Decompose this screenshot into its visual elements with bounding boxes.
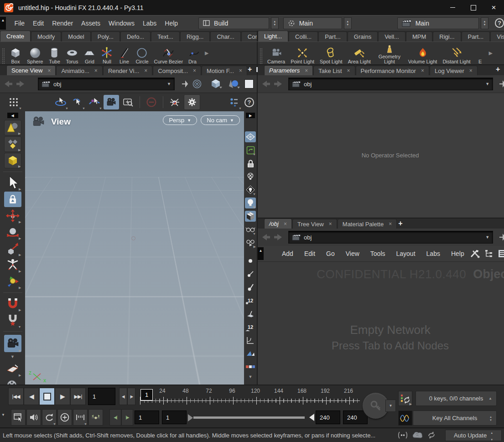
camera-button[interactable]: No cam▼ [201, 115, 240, 125]
current-frame-field[interactable]: 1 [88, 388, 115, 405]
view-tool-button[interactable] [104, 95, 119, 109]
tab-animation-editor[interactable]: Animatio...× [56, 66, 102, 75]
tab-close-icon[interactable]: × [144, 68, 147, 74]
display-cube-icon[interactable] [211, 78, 223, 89]
tab-performance-monitor[interactable]: Performance Monitor× [356, 66, 429, 75]
tab-motion-fx[interactable]: Motion F...× [202, 66, 247, 75]
play-backward-button[interactable]: ◀ [24, 388, 39, 405]
new-tab-button[interactable]: + [248, 65, 252, 73]
color-swatch[interactable] [244, 79, 254, 88]
tool-point-light[interactable]: Point Light [288, 46, 317, 64]
shelf-tab-vellum[interactable]: Vell... [378, 31, 405, 42]
go-to-end-button[interactable]: ▶▶| [70, 388, 86, 405]
snap-mode-button[interactable] [144, 95, 159, 109]
menu-help[interactable]: Help [161, 16, 182, 31]
playback-range-slider[interactable] [188, 411, 309, 424]
tab-close-icon[interactable]: × [347, 68, 350, 74]
play-button[interactable]: ▶ [55, 388, 70, 405]
view-cursor-button[interactable]: ▼ [53, 95, 68, 109]
refresh-icon[interactable] [427, 431, 436, 439]
viewport-help-button[interactable]: ? [244, 98, 254, 107]
back-arrow-icon[interactable] [3, 79, 13, 88]
pane-stow-button[interactable]: ▲ [0, 17, 6, 30]
render-reel-button[interactable]: ▶ [4, 378, 21, 385]
pane-stow-button[interactable]: ▲ [258, 247, 264, 260]
viewer-selector[interactable]: Main [283, 17, 342, 29]
select-tool-button[interactable]: ▶ [4, 175, 21, 191]
shelf-overflow-arrow[interactable]: ▶ [203, 50, 210, 56]
reference-grid-button[interactable] [245, 131, 256, 142]
shelf-grip[interactable] [260, 48, 263, 64]
range-step-back-button[interactable]: ◀| [109, 409, 121, 426]
pin-icon[interactable] [498, 80, 504, 88]
scale-tool-button[interactable]: ▶ [4, 241, 21, 256]
take-selector[interactable]: Main [397, 17, 479, 29]
tool-circle[interactable]: Circle [133, 46, 151, 64]
tool-geometry-light[interactable]: Geometry Light [374, 44, 405, 64]
stop-button[interactable] [39, 388, 55, 405]
tab-close-icon[interactable]: × [389, 221, 392, 227]
network-menu-view[interactable]: View [340, 250, 365, 257]
tab-close-icon[interactable]: × [469, 68, 473, 74]
global-end-field[interactable]: 240 [343, 411, 368, 424]
pin-icon[interactable] [498, 233, 504, 241]
menu-labs[interactable]: Labs [139, 16, 161, 31]
playhead[interactable]: 1 [140, 389, 153, 400]
range-left-handle[interactable] [188, 414, 193, 421]
realtime-toggle-button[interactable] [57, 409, 72, 426]
shelf-tab-deform[interactable]: Defo... [120, 31, 151, 42]
tab-take-list[interactable]: Take List× [313, 66, 355, 75]
shelf-tab-texture[interactable]: Text... [151, 31, 180, 42]
pose-tool-button[interactable]: ▶ [4, 257, 21, 273]
new-tab-button[interactable]: + [496, 65, 500, 73]
point-markers-button[interactable] [245, 282, 256, 293]
handles-cursor-button[interactable]: ▼ [87, 95, 102, 109]
tool-area-light[interactable]: Area Light [345, 46, 374, 64]
audio-button[interactable] [26, 409, 41, 426]
tab-close-icon[interactable]: × [94, 68, 98, 74]
tab-composite-view[interactable]: Composit...× [153, 66, 201, 75]
display-mode-button[interactable]: ▶ [4, 120, 21, 135]
point-normals-button[interactable] [245, 269, 256, 280]
no-lighting-button[interactable] [245, 171, 256, 182]
stereo-review-button[interactable]: ▶ [245, 237, 256, 248]
normal-lighting-button[interactable]: ▶ [245, 198, 256, 208]
primitive-mode-button[interactable]: ▶ [4, 153, 21, 168]
key-options-button[interactable]: ▼ [385, 400, 396, 412]
maximize-button[interactable] [463, 0, 483, 15]
component-mode-button[interactable]: ▶ [4, 136, 21, 152]
shelf-tab-rigid[interactable]: Rigi... [433, 31, 461, 42]
network-menu-labs[interactable]: Labs [421, 250, 446, 257]
select-cursor-button[interactable]: ▼ [70, 95, 85, 109]
menu-render[interactable]: Render [48, 16, 77, 31]
menu-edit[interactable]: Edit [29, 16, 48, 31]
tab-tree-view[interactable]: Tree View× [292, 219, 337, 229]
set-key-button[interactable] [363, 393, 389, 419]
backfaces-button[interactable] [245, 348, 256, 359]
menu-assets[interactable]: Assets [77, 16, 104, 31]
render-flag-button[interactable] [167, 95, 182, 109]
network-canvas[interactable]: CONFIDENTIAL H21.0.440 Objects Empty Net… [258, 261, 504, 385]
stereo-button[interactable]: ▼ [245, 224, 256, 235]
tick-display-button[interactable]: ▼ [73, 409, 88, 426]
step-back-button[interactable]: ◀| [119, 388, 127, 405]
tool-spot-light[interactable]: Spot Light [317, 46, 345, 64]
take-spinner[interactable]: ▲▼ [481, 17, 488, 29]
network-menu-go[interactable]: Go [321, 250, 340, 257]
tool-distant-light[interactable]: Distant Light [440, 46, 473, 64]
forward-arrow-icon[interactable] [273, 233, 283, 242]
animation-editor-button[interactable] [398, 411, 412, 426]
range-step-forward-button[interactable]: |▶ [121, 409, 133, 426]
frame-ruler[interactable]: 24 48 72 96 120 144 168 192 216 1 [140, 385, 360, 407]
tab-log-viewer[interactable]: Log Viewer× [430, 66, 478, 75]
rotate-tool-button[interactable]: ▶ [4, 224, 21, 240]
memory-icon[interactable] [412, 431, 423, 439]
prim-numbers-button[interactable]: 12 [245, 322, 256, 333]
tab-parameters[interactable]: Parameters× [264, 65, 313, 75]
back-arrow-icon[interactable] [261, 233, 271, 242]
parameters-path-dropdown[interactable]: obj ▼ [288, 78, 493, 90]
tool-tube[interactable]: Tube [46, 46, 63, 64]
network-path-dropdown[interactable]: obj ▼ [288, 231, 493, 244]
shelf-tab-lights[interactable]: Light... [258, 31, 288, 42]
tab-network-obj[interactable]: /obj× [264, 218, 292, 229]
